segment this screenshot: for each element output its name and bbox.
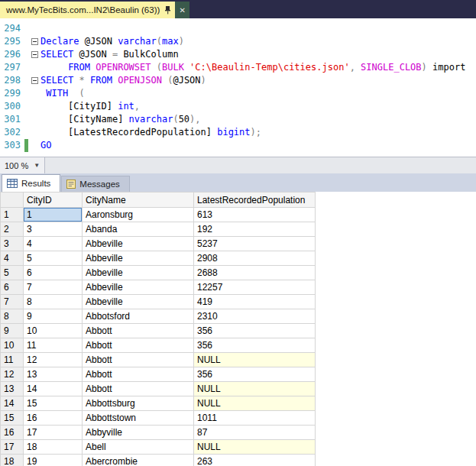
horizontal-scrollbar[interactable] <box>45 157 476 173</box>
code-line[interactable]: 295Declare @JSON varchar(max) <box>0 35 476 48</box>
column-header[interactable]: LatestRecordedPopulation <box>194 193 316 208</box>
grid-cell[interactable]: 17 <box>24 426 83 440</box>
grid-cell[interactable]: Abbeville <box>83 237 194 251</box>
grid-cell[interactable]: 6 <box>24 266 83 280</box>
grid-cell[interactable]: 87 <box>194 426 316 440</box>
code-line[interactable]: 298SELECT * FROM OPENJSON (@JSON) <box>0 74 476 87</box>
code-line[interactable]: 294 <box>0 22 476 35</box>
column-header[interactable]: CityName <box>83 193 194 208</box>
row-header[interactable]: 16 <box>1 426 24 440</box>
row-header[interactable]: 12 <box>1 367 24 382</box>
grid-cell[interactable]: 2310 <box>194 309 316 324</box>
grid-cell[interactable]: 16 <box>24 411 83 426</box>
chevron-down-icon: ▼ <box>34 162 40 169</box>
row-header[interactable]: 9 <box>1 324 24 338</box>
code-line[interactable]: 302 [LatestRecordedPopulation] bigint); <box>0 126 476 139</box>
grid-cell[interactable]: Abbott <box>83 382 194 396</box>
grid-cell[interactable]: 10 <box>24 324 83 338</box>
grid-cell[interactable]: 2908 <box>194 251 316 266</box>
grid-cell[interactable]: 613 <box>194 208 316 222</box>
grid-cell[interactable]: Abbotsford <box>83 309 194 324</box>
grid-cell[interactable]: 356 <box>194 338 316 353</box>
row-header[interactable]: 11 <box>1 353 24 367</box>
grid-cell[interactable]: 9 <box>24 309 83 324</box>
grid-cell[interactable]: Abbeville <box>83 266 194 280</box>
grid-cell[interactable]: 18 <box>24 440 83 455</box>
row-header[interactable]: 14 <box>1 396 24 411</box>
code-editor[interactable]: 294295Declare @JSON varchar(max)296SELEC… <box>0 18 476 157</box>
grid-cell[interactable]: 5 <box>24 251 83 266</box>
code-line[interactable]: 296SELECT @JSON = BulkColumn <box>0 48 476 61</box>
grid-cell[interactable]: Abbottstown <box>83 411 194 426</box>
grid-cell[interactable]: 419 <box>194 295 316 309</box>
grid-cell[interactable]: NULL <box>194 440 316 455</box>
zoom-select[interactable]: 100 % ▼ <box>0 157 45 173</box>
grid-cell[interactable]: 263 <box>194 455 316 466</box>
grid-cell[interactable]: 15 <box>24 396 83 411</box>
grid-cell[interactable]: NULL <box>194 382 316 396</box>
grid-cell[interactable]: Abbott <box>83 324 194 338</box>
row-header[interactable]: 15 <box>1 411 24 426</box>
fold-collapse-icon[interactable] <box>31 38 38 45</box>
pin-icon[interactable] <box>164 5 171 15</box>
grid-cell[interactable]: 12 <box>24 353 83 367</box>
row-header[interactable]: 8 <box>1 309 24 324</box>
row-header[interactable]: 17 <box>1 440 24 455</box>
grid-cell[interactable]: 14 <box>24 382 83 396</box>
grid-cell[interactable]: Abanda <box>83 222 194 237</box>
line-number: 301 <box>0 113 24 126</box>
grid-cell[interactable]: 356 <box>194 367 316 382</box>
grid-cell[interactable]: Abbott <box>83 338 194 353</box>
grid-cell[interactable]: Aaronsburg <box>83 208 194 222</box>
grid-cell[interactable]: Abbottsburg <box>83 396 194 411</box>
grid-cell[interactable]: 13 <box>24 367 83 382</box>
grid-cell[interactable]: Abbeville <box>83 251 194 266</box>
code-line[interactable]: 301 [CityName] nvarchar(50), <box>0 113 476 126</box>
grid-cell[interactable]: 2688 <box>194 266 316 280</box>
column-header[interactable]: CityID <box>24 193 83 208</box>
grid-cell[interactable]: 1 <box>24 208 83 222</box>
code-line[interactable]: 300 [CityID] int, <box>0 100 476 113</box>
grid-cell[interactable]: Abbeville <box>83 295 194 309</box>
row-header[interactable]: 1 <box>1 208 24 222</box>
row-header[interactable]: 6 <box>1 280 24 295</box>
grid-cell[interactable]: 192 <box>194 222 316 237</box>
code-line[interactable]: 297 FROM OPENROWSET (BULK 'C:\Beaulin-Te… <box>0 61 476 74</box>
grid-cell[interactable]: NULL <box>194 353 316 367</box>
grid-cell[interactable]: Abbeville <box>83 280 194 295</box>
grid-cell[interactable]: 4 <box>24 237 83 251</box>
row-header[interactable]: 10 <box>1 338 24 353</box>
table-row: 89Abbotsford2310 <box>1 309 316 324</box>
row-header[interactable]: 13 <box>1 382 24 396</box>
grid-cell[interactable]: 7 <box>24 280 83 295</box>
grid-cell[interactable]: Abbott <box>83 367 194 382</box>
code-line[interactable]: 303GO <box>0 139 476 152</box>
tab-messages[interactable]: Messages <box>61 176 129 192</box>
fold-collapse-icon[interactable] <box>31 77 38 84</box>
grid-cell[interactable]: Abercrombie <box>83 455 194 466</box>
grid-cell[interactable]: Abell <box>83 440 194 455</box>
grid-cell[interactable]: 12257 <box>194 280 316 295</box>
grid-cell[interactable]: NULL <box>194 396 316 411</box>
row-header[interactable]: 7 <box>1 295 24 309</box>
grid-cell[interactable]: 19 <box>24 455 83 466</box>
grid-cell[interactable]: 3 <box>24 222 83 237</box>
grid-cell[interactable]: Abbott <box>83 353 194 367</box>
tab-results[interactable]: Results <box>2 174 60 192</box>
grid-cell[interactable]: 356 <box>194 324 316 338</box>
row-header[interactable]: 3 <box>1 237 24 251</box>
document-tab[interactable]: www.MyTecBits.com...IN2\Beaulin (63)) <box>0 2 175 18</box>
grid-cell[interactable]: 11 <box>24 338 83 353</box>
grid-cell[interactable]: 1011 <box>194 411 316 426</box>
close-icon[interactable]: ✕ <box>175 2 189 18</box>
fold-collapse-icon[interactable] <box>31 51 38 58</box>
grid-cell[interactable]: 5237 <box>194 237 316 251</box>
grid-cell[interactable]: 8 <box>24 295 83 309</box>
code-line[interactable]: 299 WITH ( <box>0 87 476 100</box>
row-header[interactable]: 5 <box>1 266 24 280</box>
grid-cell[interactable]: Abbyville <box>83 426 194 440</box>
grid-corner-cell[interactable] <box>1 193 24 208</box>
row-header[interactable]: 18 <box>1 455 24 466</box>
row-header[interactable]: 2 <box>1 222 24 237</box>
row-header[interactable]: 4 <box>1 251 24 266</box>
